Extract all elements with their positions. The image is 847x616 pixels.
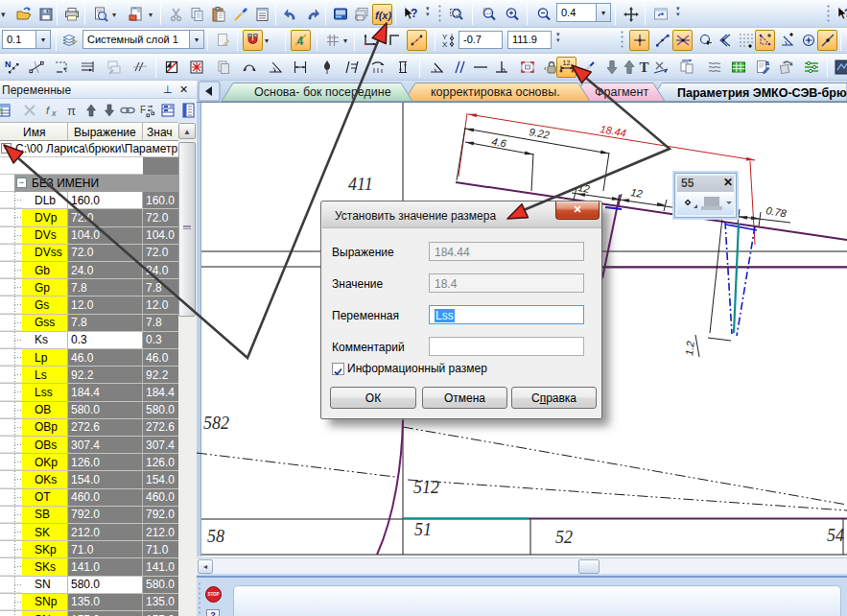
svg-text:Основа- бок посередине: Основа- бок посередине xyxy=(254,85,391,99)
svg-text:Фрагмент: Фрагмент xyxy=(595,85,648,99)
svg-text:N: N xyxy=(5,59,12,69)
svg-text:f: f xyxy=(46,105,50,116)
svg-text:корректировка основы.: корректировка основы. xyxy=(431,85,560,99)
svg-text:?: ? xyxy=(411,7,417,20)
svg-text:Т: Т xyxy=(639,59,648,75)
svg-text:58: 58 xyxy=(207,527,224,546)
svg-text:4: 4 xyxy=(296,35,303,48)
svg-text:?: ? xyxy=(844,7,847,20)
svg-text:411: 411 xyxy=(348,175,373,194)
svg-text:54: 54 xyxy=(827,526,844,545)
svg-text:12: 12 xyxy=(562,59,570,66)
svg-text:12: 12 xyxy=(577,181,591,195)
svg-text:582: 582 xyxy=(203,414,229,433)
svg-text:f(x): f(x) xyxy=(375,10,391,21)
svg-text:F: F xyxy=(140,105,146,115)
svg-text:12: 12 xyxy=(630,186,644,200)
svg-text:a: a xyxy=(765,59,769,66)
svg-text:52: 52 xyxy=(555,528,573,547)
svg-text:51: 51 xyxy=(414,520,432,539)
svg-text:‹: ‹ xyxy=(544,64,547,73)
svg-text:512: 512 xyxy=(413,478,439,497)
svg-text:X: X xyxy=(442,40,448,49)
svg-text:1.2: 1.2 xyxy=(683,341,696,357)
svg-text:Параметрия ЭМКО-СЭВ-брю: Параметрия ЭМКО-СЭВ-брю xyxy=(677,86,847,100)
svg-text:π: π xyxy=(67,104,76,118)
svg-text:x: x xyxy=(51,108,57,118)
